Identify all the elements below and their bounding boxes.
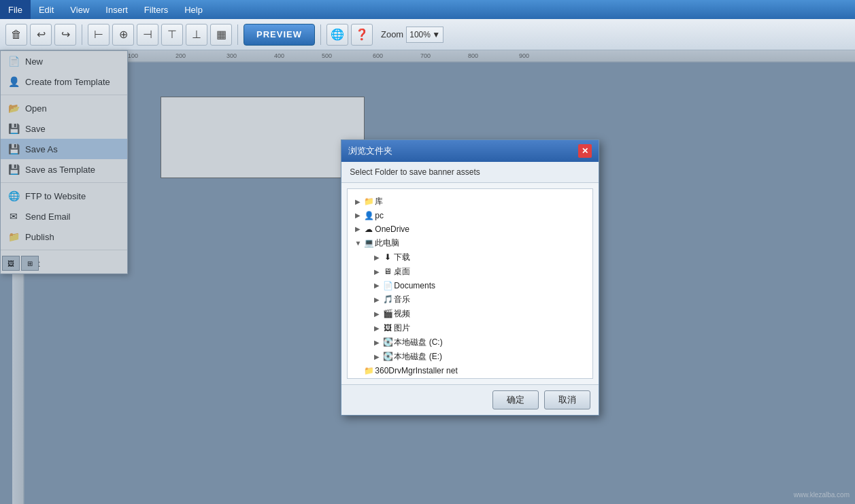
dialog-subtitle: Select Folder to save banner assets bbox=[341, 162, 599, 183]
menu-file[interactable]: File bbox=[0, 0, 31, 19]
tree-label-ku: 库 bbox=[375, 196, 383, 207]
menu-help[interactable]: Help bbox=[176, 0, 211, 19]
align-left-button[interactable]: ⊢ bbox=[88, 24, 110, 46]
tree-item-360drv[interactable]: ▶ 📁 360DrvMgrInstaller net bbox=[353, 364, 587, 377]
tree-item-documents[interactable]: ▶ 📄 Documents bbox=[353, 279, 587, 292]
tree-label-onedrive: OneDrive bbox=[375, 224, 409, 234]
redo-button[interactable]: ↪ bbox=[54, 24, 76, 46]
align-top-button[interactable]: ⊤ bbox=[161, 24, 183, 46]
tree-icon-videos: 🎬 bbox=[382, 308, 394, 319]
tree-label-pc: pc bbox=[375, 211, 384, 220]
tree-icon-drive-e: 💽 bbox=[382, 351, 394, 362]
zoom-label: Zoom bbox=[381, 29, 403, 39]
grid-button[interactable]: ▦ bbox=[210, 24, 232, 46]
tree-arrow-onedrive: ▶ bbox=[353, 225, 363, 233]
tree-arrow-drive-e: ▶ bbox=[372, 353, 382, 360]
tree-item-downloads[interactable]: ▶ ⬇ 下载 bbox=[353, 250, 587, 265]
tree-item-drive-e[interactable]: ▶ 💽 本地磁盘 (E:) bbox=[353, 350, 587, 364]
preview-button[interactable]: PREVIEW bbox=[244, 24, 315, 46]
dialog-confirm-button[interactable]: 确定 bbox=[492, 390, 539, 409]
menu-filters[interactable]: Filters bbox=[136, 0, 176, 19]
tree-label-pictures: 图片 bbox=[394, 322, 410, 334]
tree-label-documents: Documents bbox=[394, 281, 435, 290]
menu-view[interactable]: View bbox=[62, 0, 97, 19]
tree-arrow-documents: ▶ bbox=[372, 282, 382, 289]
dialog-tree[interactable]: ▶ 📁 库 ▶ 👤 pc ▶ ☁ OneDrive bbox=[347, 188, 593, 379]
tree-label-music: 音乐 bbox=[394, 294, 410, 305]
tree-label-thispc: 此电脑 bbox=[375, 237, 399, 249]
main-area: 📄 New 👤 Create from Template 📂 Open 💾 Sa… bbox=[0, 50, 855, 504]
tree-icon-desktop: 🖥 bbox=[382, 266, 394, 277]
tree-icon-drive-c: 💽 bbox=[382, 337, 394, 348]
tree-item-drive-c[interactable]: ▶ 💽 本地磁盘 (C:) bbox=[353, 335, 587, 350]
zoom-select[interactable]: 100% ▼ bbox=[406, 27, 443, 43]
dialog-overlay: 浏览文件夹 ✕ Select Folder to save banner ass… bbox=[0, 50, 855, 504]
tree-icon-onedrive: ☁ bbox=[363, 224, 375, 235]
tree-label-videos: 视频 bbox=[394, 308, 410, 320]
zoom-area: Zoom 100% ▼ bbox=[381, 27, 443, 43]
tree-icon-documents: 📄 bbox=[382, 280, 394, 291]
toolbar-divider-3 bbox=[320, 24, 321, 45]
tree-label-drive-e: 本地磁盘 (E:) bbox=[394, 351, 442, 363]
dialog-titlebar: 浏览文件夹 ✕ bbox=[341, 140, 599, 162]
tree-icon-ku: 📁 bbox=[363, 196, 375, 207]
canvas-area: -100 -0 100 200 300 400 500 600 700 800 … bbox=[0, 50, 855, 504]
tree-item-pc[interactable]: ▶ 👤 pc bbox=[353, 209, 587, 222]
tree-icon-pc: 👤 bbox=[363, 210, 375, 221]
zoom-value: 100% bbox=[409, 30, 431, 39]
tree-icon-downloads: ⬇ bbox=[382, 252, 394, 263]
delete-button[interactable]: 🗑 bbox=[5, 24, 27, 46]
tree-item-thispc[interactable]: ▼ 💻 此电脑 bbox=[353, 236, 587, 250]
tree-icon-thispc: 💻 bbox=[363, 237, 375, 248]
tree-item-ku[interactable]: ▶ 📁 库 bbox=[353, 195, 587, 209]
tree-item-desktop[interactable]: ▶ 🖥 桌面 bbox=[353, 265, 587, 279]
tree-item-onedrive[interactable]: ▶ ☁ OneDrive bbox=[353, 222, 587, 236]
tree-icon-music: 🎵 bbox=[382, 294, 394, 305]
menu-insert[interactable]: Insert bbox=[97, 0, 136, 19]
menu-edit[interactable]: Edit bbox=[31, 0, 62, 19]
tree-label-drive-c: 本地磁盘 (C:) bbox=[394, 337, 442, 348]
toolbar: 🗑 ↩ ↪ ⊢ ⊕ ⊣ ⊤ ⊥ ▦ PREVIEW 🌐 ❓ Zoom 100% … bbox=[0, 19, 855, 50]
tree-arrow-ku: ▶ bbox=[353, 198, 363, 205]
toolbar-divider-1 bbox=[82, 24, 82, 45]
align-right-button[interactable]: ⊣ bbox=[137, 24, 158, 46]
globe-button[interactable]: 🌐 bbox=[326, 24, 348, 46]
browse-folder-dialog: 浏览文件夹 ✕ Select Folder to save banner ass… bbox=[341, 139, 599, 416]
dialog-footer: 确定 取消 bbox=[341, 384, 599, 415]
toolbar-divider-2 bbox=[237, 24, 238, 45]
dialog-cancel-button[interactable]: 取消 bbox=[544, 390, 590, 409]
tree-arrow-music: ▶ bbox=[372, 296, 382, 303]
tree-arrow-drive-c: ▶ bbox=[372, 339, 382, 346]
tree-arrow-thispc: ▼ bbox=[353, 239, 363, 247]
tree-icon-360drv: 📁 bbox=[363, 365, 375, 376]
tree-arrow-desktop: ▶ bbox=[372, 268, 382, 275]
tree-label-360drv: 360DrvMgrInstaller net bbox=[375, 366, 457, 375]
undo-button[interactable]: ↩ bbox=[30, 24, 52, 46]
tree-item-videos[interactable]: ▶ 🎬 视频 bbox=[353, 307, 587, 321]
tree-arrow-pc: ▶ bbox=[353, 212, 363, 219]
tree-arrow-videos: ▶ bbox=[372, 310, 382, 318]
tree-label-desktop: 桌面 bbox=[394, 266, 410, 278]
tree-icon-pictures: 🖼 bbox=[382, 322, 394, 333]
tree-item-pictures[interactable]: ▶ 🖼 图片 bbox=[353, 321, 587, 335]
align-bottom-button[interactable]: ⊥ bbox=[186, 24, 207, 46]
menubar: File Edit View Insert Filters Help bbox=[0, 0, 855, 19]
zoom-chevron-icon: ▼ bbox=[432, 30, 440, 39]
dialog-close-button[interactable]: ✕ bbox=[578, 144, 592, 158]
dialog-title: 浏览文件夹 bbox=[348, 145, 392, 157]
align-center-button[interactable]: ⊕ bbox=[112, 24, 134, 46]
tree-label-downloads: 下载 bbox=[394, 252, 410, 263]
tree-arrow-downloads: ▶ bbox=[372, 254, 382, 261]
help-button[interactable]: ❓ bbox=[351, 24, 373, 46]
tree-arrow-pictures: ▶ bbox=[372, 324, 382, 332]
tree-item-music[interactable]: ▶ 🎵 音乐 bbox=[353, 292, 587, 307]
